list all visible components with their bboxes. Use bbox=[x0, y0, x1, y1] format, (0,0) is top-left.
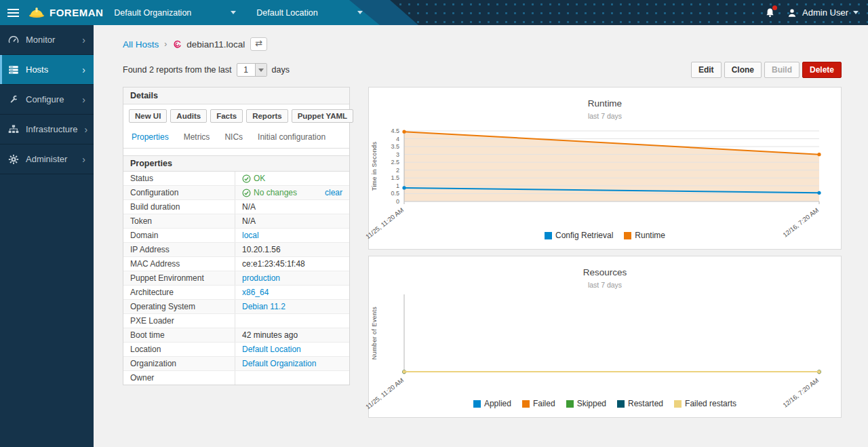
reports-button[interactable]: Reports bbox=[246, 109, 288, 123]
breadcrumb-all-hosts-link[interactable]: All Hosts bbox=[123, 39, 159, 50]
organization-dropdown[interactable]: Default Organization bbox=[114, 8, 236, 18]
details-card-title: Details bbox=[123, 88, 349, 104]
operating-system-link[interactable]: Debian 11.2 bbox=[242, 302, 285, 311]
breadcrumb: All Hosts › debian11.local ⇄ bbox=[123, 37, 842, 51]
reports-summary-prefix: Found 2 reports from the last bbox=[123, 65, 232, 75]
sidebar-item-administer[interactable]: Administer › bbox=[0, 144, 94, 174]
legend-swatch bbox=[617, 400, 625, 408]
property-label: Domain bbox=[123, 229, 235, 242]
table-row: Location Default Location bbox=[123, 343, 349, 357]
svg-text:4.5: 4.5 bbox=[391, 128, 399, 134]
legend-swatch bbox=[566, 400, 574, 408]
sidebar-item-configure[interactable]: Configure › bbox=[0, 85, 94, 115]
hamburger-menu-icon[interactable] bbox=[0, 9, 26, 17]
legend-label: Restarted bbox=[628, 399, 663, 408]
chevron-right-icon: › bbox=[82, 154, 85, 165]
current-host-name: debian11.local bbox=[186, 39, 245, 50]
sidebar-nav: Monitor › Hosts › Configure › bbox=[0, 25, 94, 447]
tab-initial-configuration[interactable]: Initial configuration bbox=[258, 132, 326, 142]
delete-button[interactable]: Delete bbox=[802, 62, 842, 78]
chevron-right-icon: › bbox=[85, 124, 88, 135]
property-value: No changes bbox=[254, 188, 297, 197]
days-select-dropdown[interactable] bbox=[255, 64, 267, 76]
caret-down-icon bbox=[231, 11, 236, 14]
details-tabs: Properties Metrics NICs Initial configur… bbox=[123, 127, 349, 149]
tab-metrics[interactable]: Metrics bbox=[184, 132, 210, 142]
svg-text:3: 3 bbox=[396, 151, 399, 158]
chevron-right-icon: › bbox=[82, 64, 85, 75]
table-row: Organization Default Organization bbox=[123, 357, 349, 371]
host-switcher-button[interactable]: ⇄ bbox=[250, 37, 267, 51]
sidebar-item-label: Configure bbox=[26, 94, 75, 104]
legend-label: Failed bbox=[533, 399, 555, 408]
legend-item[interactable]: Failed bbox=[522, 399, 555, 408]
legend-item[interactable]: Skipped bbox=[566, 399, 606, 408]
legend-item[interactable]: Failed restarts bbox=[674, 399, 736, 408]
legend-label: Skipped bbox=[577, 399, 606, 408]
location-dropdown[interactable]: Default Location bbox=[256, 8, 362, 18]
resources-chart: 11/25, 11:20 AM12/16, 7:20 AMNumber of E… bbox=[369, 290, 841, 407]
table-row: Domain local bbox=[123, 229, 349, 243]
tab-properties[interactable]: Properties bbox=[132, 132, 169, 142]
user-menu[interactable]: Admin User bbox=[787, 7, 859, 18]
runtime-chart-legend: Config RetrievalRuntime bbox=[369, 231, 841, 240]
sidebar-item-label: Infrastructure bbox=[26, 124, 78, 134]
user-label: Admin User bbox=[802, 7, 848, 18]
table-row: MAC Address ce:e1:23:45:1f:48 bbox=[123, 257, 349, 271]
legend-label: Runtime bbox=[635, 231, 665, 240]
notifications-button[interactable] bbox=[764, 7, 776, 19]
architecture-link[interactable]: x86_64 bbox=[242, 288, 269, 297]
svg-text:4: 4 bbox=[396, 136, 399, 142]
caret-down-icon bbox=[258, 69, 264, 72]
legend-item[interactable]: Runtime bbox=[624, 231, 665, 240]
debian-icon bbox=[172, 39, 182, 50]
property-label: IP Address bbox=[123, 243, 235, 256]
notification-badge bbox=[772, 5, 777, 10]
sidebar-item-label: Administer bbox=[26, 154, 75, 164]
property-label: Owner bbox=[123, 371, 235, 385]
legend-item[interactable]: Restarted bbox=[617, 399, 663, 408]
server-icon bbox=[8, 64, 19, 75]
svg-text:Time in Seconds: Time in Seconds bbox=[371, 142, 378, 191]
caret-down-icon bbox=[357, 11, 363, 14]
property-label: Operating System bbox=[123, 300, 235, 313]
table-row: Token N/A bbox=[123, 214, 349, 229]
properties-table-title: Properties bbox=[123, 155, 349, 172]
edit-button[interactable]: Edit bbox=[691, 62, 722, 78]
chart-title: Resources bbox=[369, 267, 841, 277]
property-value: N/A bbox=[242, 216, 256, 226]
runtime-chart: 00.511.522.533.544.511/25, 11:20 AM12/16… bbox=[369, 121, 841, 242]
sidebar-item-monitor[interactable]: Monitor › bbox=[0, 25, 94, 55]
location-link[interactable]: Default Location bbox=[242, 345, 301, 354]
domain-link[interactable]: local bbox=[242, 231, 259, 240]
foreman-logo[interactable]: FOREMAN bbox=[28, 5, 103, 21]
legend-label: Config Retrieval bbox=[555, 231, 613, 240]
table-row: Architecture x86_64 bbox=[123, 286, 349, 300]
clear-link[interactable]: clear bbox=[325, 188, 342, 197]
sidebar-item-hosts[interactable]: Hosts › bbox=[0, 55, 94, 85]
check-circle-icon bbox=[242, 189, 251, 197]
puppet-yaml-button[interactable]: Puppet YAML bbox=[292, 109, 353, 123]
puppet-environment-link[interactable]: production bbox=[242, 273, 280, 283]
legend-item[interactable]: Config Retrieval bbox=[545, 231, 613, 240]
svg-text:0: 0 bbox=[396, 198, 399, 205]
legend-item[interactable]: Applied bbox=[473, 399, 511, 408]
tab-nics[interactable]: NICs bbox=[224, 132, 243, 142]
new-ui-button[interactable]: New UI bbox=[129, 109, 167, 123]
days-select-value: 1 bbox=[237, 64, 255, 76]
legend-label: Applied bbox=[484, 399, 511, 408]
organization-link[interactable]: Default Organization bbox=[242, 359, 316, 368]
sidebar-item-infrastructure[interactable]: Infrastructure › bbox=[0, 115, 94, 144]
facts-button[interactable]: Facts bbox=[210, 109, 243, 123]
wrench-icon bbox=[8, 94, 19, 105]
audits-button[interactable]: Audits bbox=[170, 109, 207, 123]
check-circle-icon bbox=[242, 174, 251, 183]
reports-summary-suffix: days bbox=[272, 65, 290, 75]
chart-subtitle: last 7 days bbox=[369, 112, 841, 120]
svg-text:0.5: 0.5 bbox=[391, 190, 399, 197]
chevron-right-icon: › bbox=[82, 94, 85, 105]
clone-button[interactable]: Clone bbox=[724, 62, 762, 78]
svg-text:1: 1 bbox=[396, 182, 399, 189]
days-select[interactable]: 1 bbox=[237, 63, 267, 77]
organization-label: Default Organization bbox=[114, 8, 191, 18]
